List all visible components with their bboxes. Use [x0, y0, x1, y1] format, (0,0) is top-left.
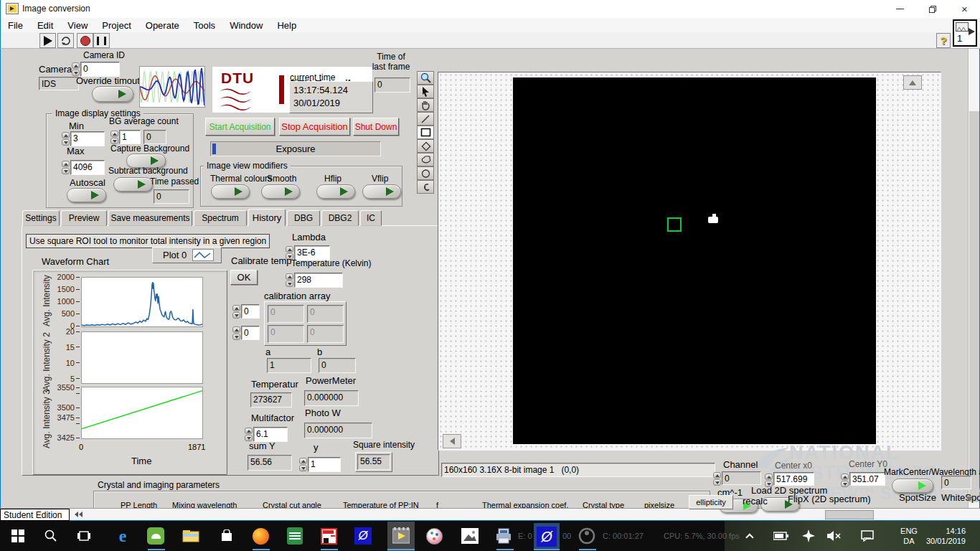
airplane-mode-icon[interactable]	[799, 527, 818, 545]
menu-operate[interactable]: Operate	[138, 20, 187, 31]
temperature-kelvin-input[interactable]: 298	[294, 273, 343, 288]
volume-muted-icon[interactable]	[825, 527, 844, 545]
task-view-icon[interactable]	[75, 527, 93, 545]
min-spinner[interactable]	[62, 132, 70, 146]
vertical-scrollbar[interactable]	[968, 49, 979, 508]
pause-button[interactable]	[93, 33, 110, 48]
phi-app-icon[interactable]: Ø	[354, 527, 372, 545]
multifactor-spinner[interactable]	[245, 428, 253, 441]
calibration-cell-00[interactable]: 0	[268, 305, 304, 323]
cloud-app-icon[interactable]	[146, 527, 165, 545]
calibration-index2-input[interactable]: 0	[241, 326, 260, 340]
menu-project[interactable]: Project	[95, 20, 138, 31]
tab-dbg[interactable]: DBG	[287, 210, 320, 226]
y-input[interactable]: 1	[308, 457, 341, 472]
override-timeout-toggle[interactable]	[92, 86, 133, 102]
tab-settings[interactable]: Settings	[22, 210, 60, 226]
microsoft-store-icon[interactable]	[217, 527, 236, 545]
bg-average-count-spinner[interactable]	[110, 131, 118, 144]
menu-help[interactable]: Help	[270, 20, 303, 31]
vertical-scrollbar-thumb[interactable]	[969, 111, 979, 502]
restore-button[interactable]	[916, 0, 948, 18]
hflip-toggle[interactable]	[316, 184, 355, 199]
tab-history[interactable]: History	[248, 209, 286, 226]
max-spinner[interactable]	[62, 161, 70, 174]
camera-driver-select[interactable]: IDS	[39, 77, 79, 90]
edge-icon[interactable]: e	[113, 527, 132, 545]
line-tool-icon[interactable]	[417, 112, 434, 126]
tray-expand-icon[interactable]	[742, 527, 760, 545]
camera-id-spinner[interactable]	[72, 62, 80, 76]
battery-icon[interactable]	[772, 527, 791, 545]
autoscale-toggle[interactable]	[67, 188, 106, 202]
freehand-line-tool-icon[interactable]	[417, 180, 434, 194]
plot-legend[interactable]: Plot 0	[152, 247, 222, 263]
roi-rectangle[interactable]	[667, 217, 682, 232]
camera-image[interactable]	[513, 77, 876, 444]
tab-save-measurements[interactable]: Save measurements	[108, 210, 192, 226]
file-explorer-icon[interactable]	[182, 527, 200, 545]
channel-field[interactable]: 0	[722, 471, 761, 485]
tab-ic[interactable]: IC	[360, 210, 382, 226]
action-center-icon[interactable]	[858, 527, 877, 545]
close-button[interactable]: ×	[948, 0, 980, 18]
camera-id-input[interactable]: 0	[80, 62, 120, 77]
menu-window[interactable]: Window	[222, 20, 270, 31]
firefox-icon[interactable]	[251, 527, 270, 545]
channel-spinner[interactable]	[713, 472, 721, 486]
menu-edit[interactable]: Edit	[30, 20, 60, 31]
calibration-cell-01[interactable]: 0	[307, 305, 344, 323]
pan-tool-icon[interactable]	[417, 98, 434, 112]
paint-icon[interactable]	[425, 527, 443, 545]
calibration-index1-input[interactable]: 0	[241, 304, 260, 319]
tab-spectrum[interactable]: Spectrum	[194, 210, 247, 226]
tab-dbg2[interactable]: DBG2	[321, 210, 359, 226]
stop-acquisition-button[interactable]: Stop Acquisition	[279, 118, 350, 136]
exposure-slider[interactable]: Exposure	[210, 141, 381, 156]
labview-taskbar-active[interactable]	[387, 522, 415, 551]
max-input[interactable]: 4096	[70, 160, 105, 175]
rectangle-tool-icon[interactable]	[417, 126, 434, 139]
calibrate-ok-button[interactable]: OK	[230, 270, 258, 285]
scroll-down-icon[interactable]	[966, 496, 973, 501]
search-icon[interactable]	[42, 527, 60, 545]
cursor-tool-icon[interactable]	[417, 85, 434, 98]
thermal-colours-toggle[interactable]	[211, 184, 250, 199]
multifactor-input[interactable]: 6.1	[253, 427, 288, 442]
center-y0-spinner[interactable]	[841, 474, 849, 487]
center-y0-input[interactable]: 351.07	[849, 472, 885, 486]
shut-down-button[interactable]: Shut Down	[353, 118, 399, 136]
menu-file[interactable]: File	[1, 20, 30, 31]
abort-button[interactable]	[77, 33, 93, 48]
image-viewer[interactable]	[438, 72, 941, 451]
obs-icon[interactable]	[578, 527, 596, 545]
scroll-left-double-icon[interactable]	[75, 512, 83, 517]
y-spinner[interactable]	[299, 458, 307, 471]
horizontal-scrollbar-thumb[interactable]	[825, 510, 874, 519]
viewer-scroll-up-button[interactable]	[903, 75, 922, 90]
clock-indicator[interactable]: 14:1630/01/2019	[918, 526, 966, 547]
min-input[interactable]: 3	[70, 131, 105, 146]
horizontal-scrollbar[interactable]: Student Edition	[0, 508, 980, 521]
smooth-toggle[interactable]	[261, 184, 300, 199]
freehand-region-tool-icon[interactable]	[417, 153, 434, 166]
run-continuously-button[interactable]	[57, 33, 74, 48]
zoom-tool-icon[interactable]	[417, 71, 434, 85]
mark-center-toggle[interactable]	[892, 479, 933, 493]
photos-icon[interactable]	[461, 527, 479, 545]
run-button[interactable]	[39, 33, 56, 48]
notes-app-icon[interactable]	[286, 527, 304, 545]
calibration-index1-spinner[interactable]	[232, 305, 240, 319]
tab-preview[interactable]: Preview	[61, 210, 107, 226]
oval-tool-icon[interactable]	[417, 166, 434, 180]
calibration-index2-spinner[interactable]	[232, 326, 240, 340]
minimize-button[interactable]	[884, 0, 916, 18]
vflip-toggle[interactable]	[362, 184, 401, 199]
help-button[interactable]: ?	[936, 33, 951, 48]
calibration-cell-11[interactable]: 0	[307, 325, 344, 343]
viewer-scroll-left-button[interactable]	[443, 434, 461, 448]
bg-average-count-input[interactable]: 1	[119, 130, 141, 144]
printer-icon[interactable]	[495, 527, 514, 545]
menu-tools[interactable]: Tools	[187, 20, 222, 31]
temperature-kelvin-spinner[interactable]	[286, 273, 293, 287]
